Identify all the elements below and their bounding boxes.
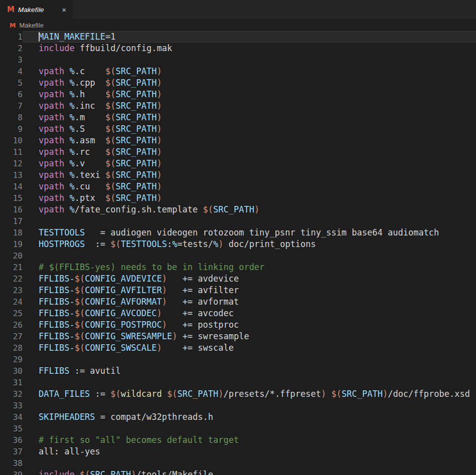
- code-line-18[interactable]: 18TESTTOOLS = audiogen videogen rotozoom…: [0, 227, 476, 239]
- line-number-39[interactable]: 39: [0, 469, 23, 475]
- code-line-29[interactable]: 29: [0, 354, 476, 365]
- code-line-12[interactable]: 12vpath %.v $(SRC_PATH): [0, 158, 476, 169]
- tab-makefile[interactable]: M Makefile ×: [0, 0, 73, 19]
- line-number-25[interactable]: 25: [0, 308, 23, 319]
- code-line-19[interactable]: 19HOSTPROGS := $(TESTTOOLS:%=tests/%) do…: [0, 239, 476, 250]
- code-line-24[interactable]: 24FFLIBS-$(CONFIG_AVFORMAT) += avformat: [0, 296, 476, 308]
- code-text-16[interactable]: vpath %/fate_config.sh.template $(SRC_PA…: [23, 204, 476, 215]
- code-line-26[interactable]: 26FFLIBS-$(CONFIG_POSTPROC) += postproc: [0, 319, 476, 331]
- breadcrumb-file-label[interactable]: Makefile: [19, 22, 43, 29]
- code-line-28[interactable]: 28FFLIBS-$(CONFIG_SWSCALE) += swscale: [0, 342, 476, 354]
- code-line-1[interactable]: 1MAIN_MAKEFILE=1: [0, 31, 476, 43]
- code-text-28[interactable]: FFLIBS-$(CONFIG_SWSCALE) += swscale: [23, 342, 476, 354]
- code-line-4[interactable]: 4vpath %.c $(SRC_PATH): [0, 66, 476, 77]
- line-number-15[interactable]: 15: [0, 192, 23, 204]
- code-text-2[interactable]: include ffbuild/config.mak: [23, 43, 476, 54]
- code-line-14[interactable]: 14vpath %.cu $(SRC_PATH): [0, 181, 476, 192]
- code-text-33[interactable]: [23, 400, 476, 411]
- code-text-3[interactable]: [23, 54, 476, 66]
- line-number-9[interactable]: 9: [0, 123, 23, 135]
- code-text-39[interactable]: include $(SRC_PATH)/tools/Makefile: [23, 469, 476, 475]
- code-line-30[interactable]: 30FFLIBS := avutil: [0, 365, 476, 377]
- code-text-19[interactable]: HOSTPROGS := $(TESTTOOLS:%=tests/%) doc/…: [23, 239, 476, 250]
- code-text-34[interactable]: SKIPHEADERS = compat/w32pthreads.h: [23, 411, 476, 423]
- code-line-25[interactable]: 25FFLIBS-$(CONFIG_AVCODEC) += avcodec: [0, 308, 476, 319]
- code-text-35[interactable]: [23, 423, 476, 434]
- code-text-18[interactable]: TESTTOOLS = audiogen videogen rotozoom t…: [23, 227, 476, 239]
- line-number-5[interactable]: 5: [0, 77, 23, 89]
- code-text-8[interactable]: vpath %.m $(SRC_PATH): [23, 112, 476, 123]
- line-number-17[interactable]: 17: [0, 215, 23, 227]
- code-line-10[interactable]: 10vpath %.asm $(SRC_PATH): [0, 135, 476, 146]
- code-text-17[interactable]: [23, 215, 476, 227]
- code-line-9[interactable]: 9vpath %.S $(SRC_PATH): [0, 123, 476, 135]
- code-line-35[interactable]: 35: [0, 423, 476, 434]
- line-number-22[interactable]: 22: [0, 273, 23, 285]
- code-text-21[interactable]: # $(FFLIBS-yes) needs to be in linking o…: [23, 262, 476, 273]
- code-line-2[interactable]: 2include ffbuild/config.mak: [0, 43, 476, 54]
- code-line-38[interactable]: 38: [0, 457, 476, 469]
- code-line-16[interactable]: 16vpath %/fate_config.sh.template $(SRC_…: [0, 204, 476, 215]
- code-text-10[interactable]: vpath %.asm $(SRC_PATH): [23, 135, 476, 146]
- code-text-22[interactable]: FFLIBS-$(CONFIG_AVDEVICE) += avdevice: [23, 273, 476, 285]
- code-line-6[interactable]: 6vpath %.h $(SRC_PATH): [0, 89, 476, 100]
- code-text-24[interactable]: FFLIBS-$(CONFIG_AVFORMAT) += avformat: [23, 296, 476, 308]
- line-number-24[interactable]: 24: [0, 296, 23, 308]
- line-number-31[interactable]: 31: [0, 377, 23, 388]
- code-line-31[interactable]: 31: [0, 377, 476, 388]
- code-line-23[interactable]: 23FFLIBS-$(CONFIG_AVFILTER) += avfilter: [0, 285, 476, 296]
- code-line-5[interactable]: 5vpath %.cpp $(SRC_PATH): [0, 77, 476, 89]
- line-number-13[interactable]: 13: [0, 169, 23, 181]
- code-text-20[interactable]: [23, 250, 476, 262]
- code-line-3[interactable]: 3: [0, 54, 476, 66]
- line-number-11[interactable]: 11: [0, 146, 23, 158]
- code-text-36[interactable]: # first so "all" becomes default target: [23, 434, 476, 446]
- close-icon[interactable]: ×: [60, 5, 68, 15]
- code-text-13[interactable]: vpath %.texi $(SRC_PATH): [23, 169, 476, 181]
- line-number-18[interactable]: 18: [0, 227, 23, 239]
- line-number-33[interactable]: 33: [0, 400, 23, 411]
- code-text-32[interactable]: DATA_FILES := $(wildcard $(SRC_PATH)/pre…: [23, 388, 476, 400]
- code-text-9[interactable]: vpath %.S $(SRC_PATH): [23, 123, 476, 135]
- code-line-36[interactable]: 36# first so "all" becomes default targe…: [0, 434, 476, 446]
- code-line-22[interactable]: 22FFLIBS-$(CONFIG_AVDEVICE) += avdevice: [0, 273, 476, 285]
- code-line-11[interactable]: 11vpath %.rc $(SRC_PATH): [0, 146, 476, 158]
- line-number-7[interactable]: 7: [0, 100, 23, 112]
- code-line-21[interactable]: 21# $(FFLIBS-yes) needs to be in linking…: [0, 262, 476, 273]
- line-number-26[interactable]: 26: [0, 319, 23, 331]
- code-text-6[interactable]: vpath %.h $(SRC_PATH): [23, 89, 476, 100]
- line-number-6[interactable]: 6: [0, 89, 23, 100]
- code-text-11[interactable]: vpath %.rc $(SRC_PATH): [23, 146, 476, 158]
- line-number-28[interactable]: 28: [0, 342, 23, 354]
- line-number-16[interactable]: 16: [0, 204, 23, 215]
- code-text-38[interactable]: [23, 457, 476, 469]
- line-number-4[interactable]: 4: [0, 66, 23, 77]
- code-text-12[interactable]: vpath %.v $(SRC_PATH): [23, 158, 476, 169]
- line-number-34[interactable]: 34: [0, 411, 23, 423]
- line-number-8[interactable]: 8: [0, 112, 23, 123]
- line-number-29[interactable]: 29: [0, 354, 23, 365]
- code-line-13[interactable]: 13vpath %.texi $(SRC_PATH): [0, 169, 476, 181]
- code-line-15[interactable]: 15vpath %.ptx $(SRC_PATH): [0, 192, 476, 204]
- code-line-39[interactable]: 39include $(SRC_PATH)/tools/Makefile: [0, 469, 476, 475]
- line-number-32[interactable]: 32: [0, 388, 23, 400]
- line-number-37[interactable]: 37: [0, 446, 23, 457]
- code-text-30[interactable]: FFLIBS := avutil: [23, 365, 476, 377]
- line-number-14[interactable]: 14: [0, 181, 23, 192]
- code-text-7[interactable]: vpath %.inc $(SRC_PATH): [23, 100, 476, 112]
- code-text-25[interactable]: FFLIBS-$(CONFIG_AVCODEC) += avcodec: [23, 308, 476, 319]
- code-text-31[interactable]: [23, 377, 476, 388]
- code-line-27[interactable]: 27FFLIBS-$(CONFIG_SWRESAMPLE) += swresam…: [0, 331, 476, 342]
- code-text-15[interactable]: vpath %.ptx $(SRC_PATH): [23, 192, 476, 204]
- code-line-17[interactable]: 17: [0, 215, 476, 227]
- line-number-27[interactable]: 27: [0, 331, 23, 342]
- line-number-36[interactable]: 36: [0, 434, 23, 446]
- code-line-8[interactable]: 8vpath %.m $(SRC_PATH): [0, 112, 476, 123]
- line-number-20[interactable]: 20: [0, 250, 23, 262]
- line-number-3[interactable]: 3: [0, 54, 23, 66]
- code-line-7[interactable]: 7vpath %.inc $(SRC_PATH): [0, 100, 476, 112]
- code-text-1[interactable]: MAIN_MAKEFILE=1: [23, 31, 476, 43]
- code-line-32[interactable]: 32DATA_FILES := $(wildcard $(SRC_PATH)/p…: [0, 388, 476, 400]
- code-text-14[interactable]: vpath %.cu $(SRC_PATH): [23, 181, 476, 192]
- line-number-21[interactable]: 21: [0, 262, 23, 273]
